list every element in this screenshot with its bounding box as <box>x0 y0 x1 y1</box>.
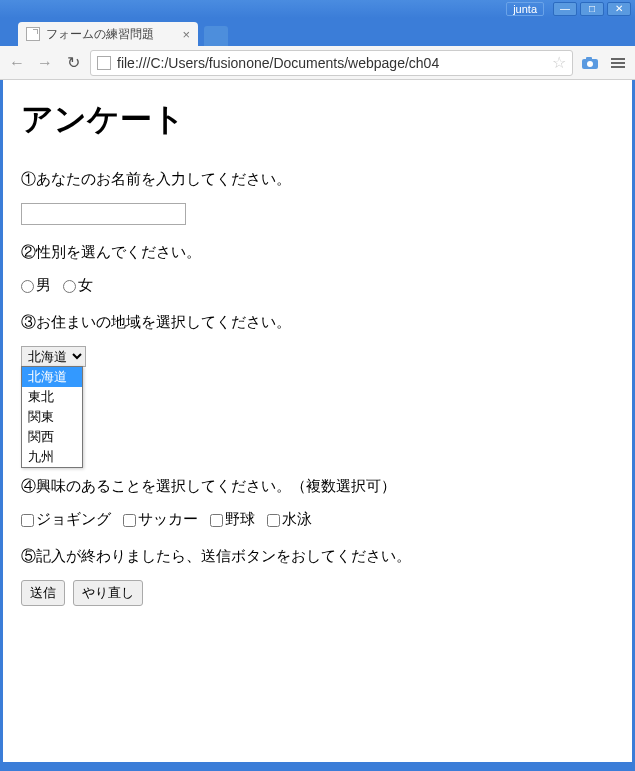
bookmark-star-icon[interactable]: ☆ <box>552 53 566 72</box>
region-option[interactable]: 九州 <box>22 447 82 467</box>
interest-soccer-checkbox[interactable] <box>123 514 136 527</box>
svg-rect-1 <box>586 57 592 60</box>
page-icon <box>26 27 40 41</box>
address-bar[interactable]: file:///C:/Users/fusionone/Documents/web… <box>90 50 573 76</box>
question-4-label: ④興味のあることを選択してください。（複数選択可） <box>21 477 614 496</box>
tab-title: フォームの練習問題 <box>46 26 154 43</box>
region-dropdown-list: 北海道 東北 関東 関西 九州 <box>21 366 83 468</box>
close-tab-icon[interactable]: × <box>182 27 190 42</box>
region-option[interactable]: 関東 <box>22 407 82 427</box>
gender-female-radio[interactable] <box>63 280 76 293</box>
question-1-label: ①あなたのお名前を入力してください。 <box>21 170 614 189</box>
interest-swimming-option[interactable]: 水泳 <box>267 510 312 529</box>
interests-checkbox-group: ジョギング サッカー 野球 水泳 <box>21 510 614 529</box>
interest-soccer-option[interactable]: サッカー <box>123 510 198 529</box>
window-border-bottom <box>0 765 635 771</box>
menu-icon[interactable] <box>607 52 629 74</box>
interest-baseball-checkbox[interactable] <box>210 514 223 527</box>
region-option[interactable]: 関西 <box>22 427 82 447</box>
tab-strip: フォームの練習問題 × <box>0 18 635 46</box>
browser-toolbar: ← → ↻ file:///C:/Users/fusionone/Documen… <box>0 46 635 80</box>
submit-button[interactable]: 送信 <box>21 580 65 606</box>
region-option[interactable]: 東北 <box>22 387 82 407</box>
new-tab-button[interactable] <box>204 26 228 46</box>
question-2-label: ②性別を選んでください。 <box>21 243 614 262</box>
minimize-button[interactable]: — <box>553 2 577 16</box>
close-window-button[interactable]: ✕ <box>607 2 631 16</box>
gender-male-radio[interactable] <box>21 280 34 293</box>
region-select[interactable]: 北海道 <box>21 346 86 367</box>
interest-swimming-checkbox[interactable] <box>267 514 280 527</box>
camera-icon[interactable] <box>579 52 601 74</box>
window-titlebar: junta — □ ✕ <box>0 0 635 18</box>
file-icon <box>97 56 111 70</box>
region-option[interactable]: 北海道 <box>22 367 82 387</box>
gender-male-option[interactable]: 男 <box>21 276 51 295</box>
back-button[interactable]: ← <box>6 52 28 74</box>
name-input[interactable] <box>21 203 186 225</box>
page-title: アンケート <box>21 98 614 142</box>
question-3-label: ③お住まいの地域を選択してください。 <box>21 313 614 332</box>
url-text: file:///C:/Users/fusionone/Documents/web… <box>117 55 548 71</box>
forward-button[interactable]: → <box>34 52 56 74</box>
page-body: アンケート ①あなたのお名前を入力してください。 ②性別を選んでください。 男 … <box>3 80 632 624</box>
svg-point-2 <box>587 61 593 67</box>
gender-radio-group: 男 女 <box>21 276 614 295</box>
username-badge: junta <box>506 2 544 16</box>
interest-baseball-option[interactable]: 野球 <box>210 510 255 529</box>
interest-jogging-checkbox[interactable] <box>21 514 34 527</box>
reload-button[interactable]: ↻ <box>62 52 84 74</box>
question-5-label: ⑤記入が終わりましたら、送信ボタンをおしてください。 <box>21 547 614 566</box>
viewport: アンケート ①あなたのお名前を入力してください。 ②性別を選んでください。 男 … <box>0 80 635 765</box>
maximize-button[interactable]: □ <box>580 2 604 16</box>
browser-tab[interactable]: フォームの練習問題 × <box>18 22 198 46</box>
gender-female-option[interactable]: 女 <box>63 276 93 295</box>
interest-jogging-option[interactable]: ジョギング <box>21 510 111 529</box>
reset-button[interactable]: やり直し <box>73 580 143 606</box>
region-select-wrap: 北海道 北海道 東北 関東 関西 九州 <box>21 346 86 367</box>
